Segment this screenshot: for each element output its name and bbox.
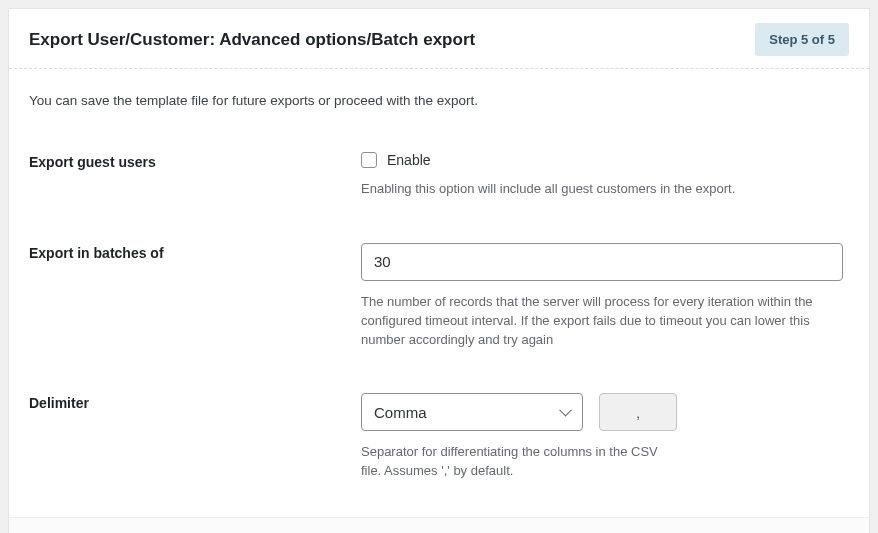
- control-delimiter: Comma , Separator for differentiating th…: [361, 393, 849, 481]
- delimiter-preview: ,: [599, 393, 677, 431]
- page-title: Export User/Customer: Advanced options/B…: [29, 30, 475, 50]
- guest-users-checkbox-label: Enable: [387, 152, 431, 168]
- delimiter-select[interactable]: Comma: [361, 393, 583, 431]
- row-delimiter: Delimiter Comma , Separator for differen…: [29, 393, 849, 481]
- label-batch-size: Export in batches of: [29, 243, 361, 261]
- export-panel: Export User/Customer: Advanced options/B…: [8, 8, 870, 533]
- row-guest-users: Export guest users Enable Enabling this …: [29, 152, 849, 199]
- intro-text: You can save the template file for futur…: [29, 93, 849, 108]
- control-batch-size: The number of records that the server wi…: [361, 243, 849, 350]
- delimiter-selected-value: Comma: [374, 404, 427, 421]
- step-badge: Step 5 of 5: [755, 23, 849, 56]
- label-delimiter: Delimiter: [29, 393, 361, 411]
- batch-size-input[interactable]: [361, 243, 843, 281]
- delimiter-row: Comma ,: [361, 393, 849, 431]
- help-delimiter: Separator for differentiating the column…: [361, 443, 681, 481]
- control-guest-users: Enable Enabling this option will include…: [361, 152, 849, 199]
- panel-footer: Back Save template Export: [9, 517, 869, 533]
- help-batch-size: The number of records that the server wi…: [361, 293, 821, 350]
- row-batch-size: Export in batches of The number of recor…: [29, 243, 849, 350]
- help-guest-users: Enabling this option will include all gu…: [361, 180, 821, 199]
- label-guest-users: Export guest users: [29, 152, 361, 170]
- panel-body: You can save the template file for futur…: [9, 69, 869, 517]
- panel-header: Export User/Customer: Advanced options/B…: [9, 9, 869, 69]
- guest-users-checkbox[interactable]: [361, 152, 377, 168]
- checkbox-row: Enable: [361, 152, 849, 168]
